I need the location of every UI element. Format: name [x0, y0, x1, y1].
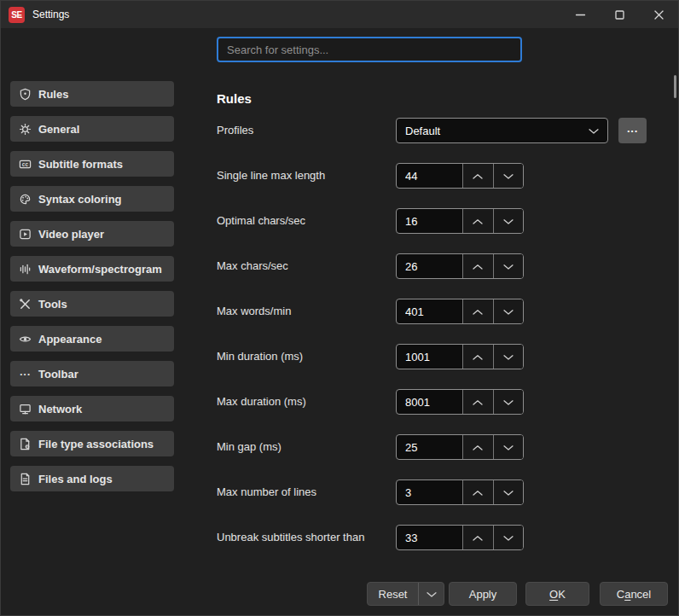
chevron-down-icon	[503, 351, 514, 363]
sidebar-item-subtitle-formats[interactable]: cc Subtitle formats	[10, 151, 174, 177]
min-gap-input[interactable]	[397, 435, 462, 459]
optimal-chars-sec-label: Optimal chars/sec	[217, 214, 305, 228]
sidebar-item-label: Network	[38, 403, 82, 416]
apply-button[interactable]: Apply	[449, 582, 517, 606]
minimize-button[interactable]	[560, 1, 600, 28]
monitor-icon	[19, 403, 32, 416]
sidebar-item-toolbar[interactable]: ··· Toolbar	[10, 361, 174, 386]
spin-down-button[interactable]	[493, 526, 524, 549]
vertical-scrollbar-thumb[interactable]	[674, 75, 676, 98]
shield-badge-icon	[19, 88, 32, 101]
sidebar-item-waveform-spectrogram[interactable]: Waveform/spectrogram	[10, 256, 174, 282]
unbreak-shorter-than-input[interactable]	[397, 526, 462, 549]
spin-down-button[interactable]	[493, 345, 524, 369]
sidebar-item-label: Appearance	[38, 333, 102, 346]
spin-down-button[interactable]	[493, 299, 524, 323]
chevron-up-icon	[473, 351, 483, 363]
sidebar-item-file-type-associations[interactable]: File type associations	[10, 431, 174, 456]
spin-up-button[interactable]	[462, 390, 493, 414]
cancel-button[interactable]: Cancel	[600, 582, 668, 606]
spin-down-button[interactable]	[493, 480, 524, 504]
settings-window: SE Settings Rules	[0, 0, 679, 616]
max-chars-sec-label: Max chars/sec	[217, 259, 288, 273]
chevron-up-icon	[473, 170, 483, 183]
search-input[interactable]	[217, 37, 522, 62]
ok-button[interactable]: OK	[525, 582, 589, 606]
minimize-icon	[574, 9, 587, 21]
sidebar-item-appearance[interactable]: Appearance	[10, 326, 174, 352]
window-controls	[560, 1, 678, 28]
spin-up-button[interactable]	[462, 480, 493, 504]
max-duration-input[interactable]	[397, 390, 462, 414]
spin-up-button[interactable]	[462, 299, 493, 323]
max-words-min-input[interactable]	[397, 299, 462, 323]
reset-button[interactable]: Reset	[368, 583, 418, 605]
sidebar-item-label: Files and logs	[38, 473, 113, 485]
chevron-down-icon	[503, 215, 514, 228]
chevron-down-icon	[503, 396, 514, 409]
unbreak-shorter-than-spinner	[396, 525, 524, 550]
sidebar-item-video-player[interactable]: Video player	[10, 221, 174, 247]
sidebar-item-general[interactable]: General	[10, 116, 174, 142]
chevron-up-icon	[473, 305, 483, 318]
chevron-down-icon	[503, 486, 514, 499]
video-play-icon	[19, 228, 32, 241]
sidebar-item-files-and-logs[interactable]: Files and logs	[10, 466, 174, 491]
chevron-down-icon	[503, 305, 514, 318]
closed-caption-icon: cc	[19, 158, 32, 171]
profiles-selected-value: Default	[405, 125, 589, 137]
spin-up-button[interactable]	[462, 526, 493, 549]
sidebar-item-syntax-coloring[interactable]: Syntax coloring	[10, 186, 174, 212]
sidebar-item-label: Tools	[38, 298, 67, 311]
optimal-chars-sec-input[interactable]	[397, 209, 462, 233]
sidebar-item-label: Waveform/spectrogram	[38, 263, 162, 276]
spin-up-button[interactable]	[462, 254, 493, 278]
spin-down-button[interactable]	[493, 209, 524, 233]
chevron-up-icon	[473, 396, 483, 409]
max-chars-sec-input[interactable]	[397, 254, 462, 278]
reset-split-button: Reset	[367, 582, 444, 606]
spin-up-button[interactable]	[462, 435, 493, 459]
sidebar-item-label: General	[38, 123, 79, 136]
sidebar-item-rules[interactable]: Rules	[10, 81, 174, 107]
document-icon	[19, 473, 32, 485]
spin-down-button[interactable]	[493, 164, 524, 188]
spin-up-button[interactable]	[462, 345, 493, 369]
maximize-button[interactable]	[600, 1, 639, 28]
reset-dropdown-button[interactable]	[418, 583, 444, 605]
min-duration-spinner	[396, 344, 524, 369]
page-title: Rules	[217, 91, 252, 106]
chevron-up-icon	[473, 441, 483, 454]
unbreak-shorter-than-label: Unbreak subtitles shorter than	[217, 531, 364, 544]
chevron-down-icon	[503, 441, 514, 454]
profiles-dropdown[interactable]: Default	[396, 118, 608, 143]
svg-text:cc: cc	[22, 160, 29, 166]
chevron-down-icon	[503, 170, 514, 183]
spin-up-button[interactable]	[462, 209, 493, 233]
window-title: Settings	[32, 9, 69, 20]
single-line-max-length-input[interactable]	[397, 164, 462, 188]
close-button[interactable]	[639, 1, 678, 28]
chevron-down-icon	[427, 588, 437, 601]
profiles-more-button[interactable]: ···	[618, 118, 647, 143]
titlebar: SE Settings	[1, 1, 678, 28]
spin-up-button[interactable]	[462, 164, 493, 188]
chevron-up-icon	[473, 260, 483, 273]
palette-icon	[19, 193, 32, 206]
min-gap-spinner	[396, 434, 524, 460]
max-number-of-lines-input[interactable]	[397, 480, 462, 504]
sidebar-item-label: File type associations	[38, 438, 154, 450]
min-duration-input[interactable]	[397, 345, 462, 369]
sidebar-item-label: Video player	[38, 228, 104, 241]
max-words-min-label: Max words/min	[217, 305, 291, 318]
spin-down-button[interactable]	[493, 435, 524, 459]
max-chars-sec-spinner	[396, 253, 524, 279]
spin-down-button[interactable]	[493, 254, 524, 278]
single-line-max-length-spinner	[396, 163, 524, 189]
sidebar-item-tools[interactable]: Tools	[10, 291, 174, 317]
single-line-max-length-label: Single line max length	[217, 169, 325, 183]
sidebar-item-label: Subtitle formats	[38, 158, 123, 171]
spin-down-button[interactable]	[493, 390, 524, 414]
sidebar-item-network[interactable]: Network	[10, 396, 174, 421]
max-number-of-lines-label: Max number of lines	[217, 485, 316, 499]
